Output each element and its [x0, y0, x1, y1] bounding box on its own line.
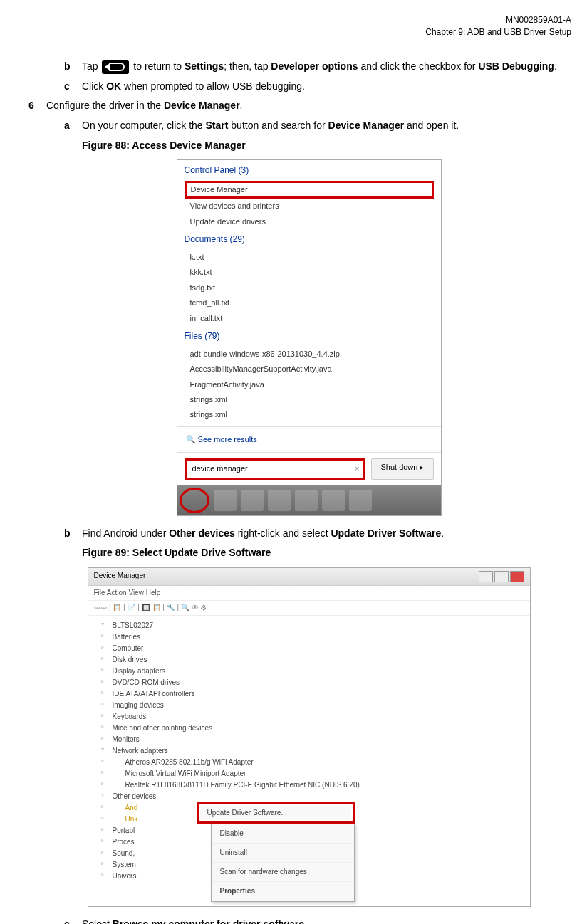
figure-88: Control Panel (3) Device Manager View de… — [46, 159, 571, 515]
step-6b: b Find Android under Other devices right… — [46, 527, 571, 541]
window-title-bar: Device Manager — [88, 568, 530, 586]
explorer-icon[interactable] — [241, 490, 264, 511]
device-tree: BLTSL02027 Batteries Computer Disk drive… — [88, 616, 530, 906]
device-manager-result[interactable]: Device Manager — [185, 181, 434, 199]
search-result[interactable]: strings.xml — [177, 407, 441, 422]
search-result[interactable]: strings.xml — [177, 392, 441, 407]
tree-item[interactable]: Sound, — [97, 848, 168, 859]
context-menu-container: Update Driver Software... Disable Uninst… — [168, 802, 355, 902]
tree-item-other[interactable]: Other devices — [97, 791, 521, 802]
window-title: Device Manager — [94, 571, 146, 582]
tree-sub-item[interactable]: Atheros AR9285 802.11b/g WiFi Adapter — [97, 757, 521, 768]
step-text: Find Android under Other devices right-c… — [82, 527, 571, 541]
word-icon[interactable] — [322, 490, 345, 511]
step-5c: c Click OK when prompted to allow USB de… — [46, 80, 571, 94]
search-result[interactable]: AccessibilityManagerSupportActivity.java — [177, 362, 441, 377]
tree-root[interactable]: BLTSL02027 — [97, 620, 521, 631]
step-text: Select Browse my computer for driver sof… — [82, 918, 571, 924]
see-more-results[interactable]: 🔍 See more results — [177, 426, 441, 452]
minimize-button[interactable] — [479, 571, 493, 582]
step-text: Tap to return to Settings; then, tap Dev… — [82, 60, 571, 74]
device-manager-screenshot: Device Manager File Action View Help ⇦ ⇨… — [88, 567, 531, 907]
taskbar — [177, 485, 441, 515]
documents-header: Documents (29) — [177, 229, 441, 250]
tree-item[interactable]: Disk drives — [97, 654, 521, 666]
start-menu-screenshot: Control Panel (3) Device Manager View de… — [177, 159, 442, 515]
tree-item[interactable]: IDE ATA/ATAPI controllers — [97, 688, 521, 700]
search-result[interactable]: kkk.txt — [177, 265, 441, 280]
doc-id: MN002859A01-A — [11, 14, 571, 26]
search-input[interactable]: device manager× — [185, 458, 366, 479]
tree-item[interactable]: Imaging devices — [97, 700, 521, 711]
tree-item[interactable]: Display adapters — [97, 666, 521, 677]
figure-89-caption: Figure 89: Select Update Drive Software — [82, 546, 571, 560]
tree-item[interactable]: System — [97, 859, 168, 871]
step-text: On your computer, click the Start button… — [82, 119, 571, 133]
step-letter: b — [64, 527, 82, 541]
context-properties[interactable]: Properties — [212, 882, 354, 901]
tree-item[interactable]: Proces — [97, 836, 168, 848]
start-button[interactable] — [180, 488, 209, 513]
search-result[interactable]: k.txt — [177, 250, 441, 265]
search-result[interactable]: tcmd_all.txt — [177, 295, 441, 310]
tree-item[interactable]: Mice and other pointing devices — [97, 723, 521, 734]
media-icon[interactable] — [268, 490, 291, 511]
step-letter: b — [64, 60, 82, 74]
figure-89: Device Manager File Action View Help ⇦ ⇨… — [46, 567, 571, 907]
close-button[interactable] — [510, 571, 524, 582]
step-text: Click OK when prompted to allow USB debu… — [82, 80, 571, 94]
window-buttons — [479, 571, 524, 582]
search-row: device manager× Shut down ▸ — [177, 452, 441, 485]
toolbar[interactable]: ⇦ ⇨ | 📋 | 📄 | 🔲 📋 | 🔧 | 🔍 👁 ⚙ — [88, 601, 530, 616]
control-panel-header: Control Panel (3) — [177, 160, 441, 181]
search-result[interactable]: View devices and printers — [177, 199, 441, 214]
tree-sub-item[interactable]: Realtek RTL8168D/8111D Family PCI-E Giga… — [97, 779, 521, 791]
unknown-device[interactable]: Unk — [97, 814, 168, 825]
step-5b: b Tap to return to Settings; then, tap D… — [46, 60, 571, 74]
step-6: 6 Configure the driver in the Device Man… — [28, 99, 571, 113]
tree-item[interactable]: Portabl — [97, 825, 168, 836]
update-driver-menu-item[interactable]: Update Driver Software... — [197, 802, 355, 824]
tree-item[interactable]: Monitors — [97, 734, 521, 745]
context-uninstall[interactable]: Uninstall — [212, 844, 354, 863]
menu-bar[interactable]: File Action View Help — [88, 586, 530, 601]
page-header: MN002859A01-A Chapter 9: ADB and USB Dri… — [11, 14, 571, 38]
tree-sub-item[interactable]: Microsoft Virtual WiFi Miniport Adapter — [97, 768, 521, 779]
search-result[interactable]: FragmentActivity.java — [177, 377, 441, 392]
shutdown-button[interactable]: Shut down ▸ — [371, 458, 433, 479]
search-result[interactable]: adt-bundle-windows-x86-20131030_4.4.zip — [177, 347, 441, 362]
android-device[interactable]: And — [97, 802, 168, 814]
search-result[interactable]: Update device drivers — [177, 214, 441, 229]
step-text: Configure the driver in the Device Manag… — [46, 99, 571, 113]
tree-item[interactable]: DVD/CD-ROM drives — [97, 677, 521, 688]
chapter-title: Chapter 9: ADB and USB Driver Setup — [11, 26, 571, 38]
context-scan[interactable]: Scan for hardware changes — [212, 863, 354, 882]
files-header: Files (79) — [177, 326, 441, 347]
figure-88-caption: Figure 88: Access Device Manager — [82, 139, 571, 153]
clear-icon[interactable]: × — [355, 463, 359, 474]
app-icon[interactable] — [295, 490, 318, 511]
step-6a: a On your computer, click the Start butt… — [46, 119, 571, 133]
tree-item[interactable]: Keyboards — [97, 711, 521, 723]
ie-icon[interactable] — [214, 490, 237, 511]
search-result[interactable]: in_call.txt — [177, 311, 441, 326]
tree-item[interactable]: Batteries — [97, 631, 521, 643]
tree-item[interactable]: Network adapters — [97, 745, 521, 757]
step-6c: c Select Browse my computer for driver s… — [46, 918, 571, 924]
search-result[interactable]: fsdg.txt — [177, 280, 441, 295]
step-letter: c — [64, 918, 82, 924]
step-number: 6 — [28, 99, 46, 113]
context-disable[interactable]: Disable — [212, 824, 354, 844]
step-letter: c — [64, 80, 82, 94]
tree-item[interactable]: Univers — [97, 871, 168, 882]
context-menu: Disable Uninstall Scan for hardware chan… — [211, 824, 355, 902]
step-letter: a — [64, 119, 82, 133]
tree-item[interactable]: Computer — [97, 643, 521, 654]
maximize-button[interactable] — [494, 571, 509, 582]
app-icon[interactable] — [349, 490, 372, 511]
back-icon — [102, 60, 129, 74]
